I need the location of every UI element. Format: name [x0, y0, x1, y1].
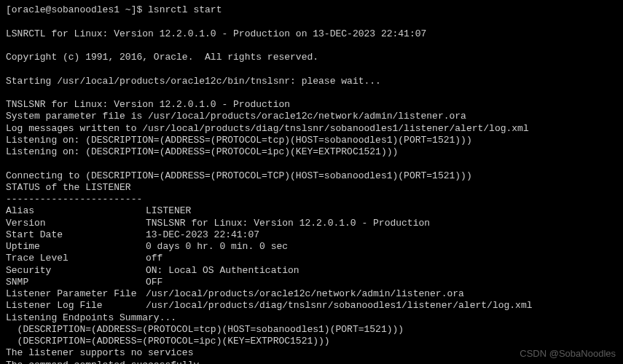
kv-value: /usr/local/products/oracle12c/network/ad…	[146, 288, 464, 300]
status-trace: Trace Leveloff	[6, 253, 617, 264]
status-version: VersionTNSLSNR for Linux: Version 12.2.0…	[6, 218, 617, 229]
blank-line	[6, 16, 617, 28]
connecting-line: Connecting to (DESCRIPTION=(ADDRESS=(PRO…	[6, 170, 617, 182]
status-startdate: Start Date13-DEC-2023 22:41:07	[6, 229, 617, 241]
blank-line	[6, 63, 617, 75]
kv-key: Listener Log File	[6, 300, 146, 312]
endpoint-ipc: (DESCRIPTION=(ADDRESS=(PROTOCOL=ipc)(KEY…	[6, 336, 617, 347]
kv-key: Version	[6, 218, 146, 229]
log-messages-line: Log messages written to /usr/local/produ…	[6, 123, 617, 135]
starting-line: Starting /usr/local/products/oracle12c/b…	[6, 76, 617, 87]
system-param-line: System parameter file is /usr/local/prod…	[6, 111, 617, 122]
blank-line	[6, 158, 617, 170]
kv-key: Alias	[6, 205, 146, 217]
kv-value: LISTENER	[146, 205, 191, 217]
kv-value: 0 days 0 hr. 0 min. 0 sec	[146, 241, 288, 253]
endpoints-header: Listening Endpoints Summary...	[6, 312, 617, 324]
shell-prompt: [oracle@sobanoodles1 ~]$	[6, 4, 148, 16]
kv-key: Listener Parameter File	[6, 288, 146, 300]
kv-key: Start Date	[6, 229, 146, 241]
listening-ipc-line: Listening on: (DESCRIPTION=(ADDRESS=(PRO…	[6, 146, 617, 158]
status-paramfile: Listener Parameter File/usr/local/produc…	[6, 288, 617, 300]
status-alias: AliasLISTENER	[6, 205, 617, 217]
status-header: STATUS of the LISTENER	[6, 182, 617, 194]
status-security: SecurityON: Local OS Authentication	[6, 265, 617, 277]
footer-success: The command completed successfully	[6, 360, 617, 365]
listening-tcp-line: Listening on: (DESCRIPTION=(ADDRESS=(PRO…	[6, 135, 617, 146]
kv-value: ON: Local OS Authentication	[146, 265, 299, 277]
kv-value: off	[146, 253, 162, 264]
kv-key: Uptime	[6, 241, 146, 253]
blank-line	[6, 40, 617, 52]
status-uptime: Uptime0 days 0 hr. 0 min. 0 sec	[6, 241, 617, 253]
watermark: CSDN @SobaNoodles	[520, 348, 616, 360]
kv-value: 13-DEC-2023 22:41:07	[146, 229, 259, 241]
lsnrctl-banner: LSNRCTL for Linux: Version 12.2.0.1.0 - …	[6, 28, 617, 40]
tns-version-line: TNSLSNR for Linux: Version 12.2.0.1.0 - …	[6, 99, 617, 111]
kv-value: OFF	[146, 277, 162, 288]
kv-value: TNSLSNR for Linux: Version 12.2.0.1.0 - …	[146, 218, 430, 229]
typed-command[interactable]: lsnrctl start	[148, 4, 222, 16]
copyright-line: Copyright (c) 1991, 2016, Oracle. All ri…	[6, 52, 617, 63]
status-snmp: SNMPOFF	[6, 277, 617, 288]
kv-key: Security	[6, 265, 146, 277]
blank-line	[6, 87, 617, 99]
kv-value: /usr/local/products/diag/tnslsnr/sobanoo…	[146, 300, 533, 312]
prompt-line-1: [oracle@sobanoodles1 ~]$ lsnrctl start	[6, 4, 617, 16]
status-separator: ------------------------	[6, 194, 617, 205]
kv-key: SNMP	[6, 277, 146, 288]
status-logfile: Listener Log File/usr/local/products/dia…	[6, 300, 617, 312]
endpoint-tcp: (DESCRIPTION=(ADDRESS=(PROTOCOL=tcp)(HOS…	[6, 324, 617, 336]
kv-key: Trace Level	[6, 253, 146, 264]
